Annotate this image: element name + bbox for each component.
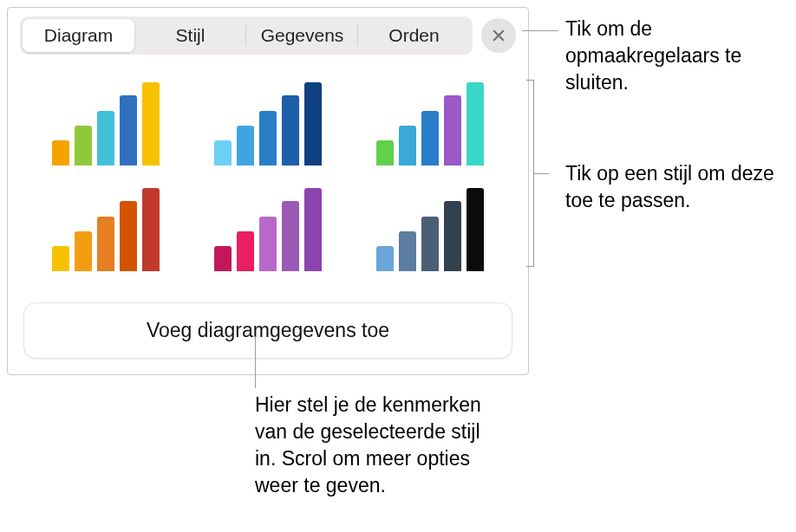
callout-button: Hier stel je de kenmerken van de geselec… [255,392,506,499]
tab-label: Stijl [176,25,206,45]
tab-orden[interactable]: Orden [358,19,470,52]
chart-style-option-6[interactable] [366,188,493,271]
bar-icon [120,201,137,271]
bar-icon [304,188,322,271]
bar-icon [467,82,484,165]
chart-style-option-5[interactable] [205,188,332,271]
chart-style-option-3[interactable] [366,82,493,165]
chart-style-option-1[interactable] [42,82,170,165]
bar-icon [399,126,416,165]
segmented-control: Diagram Stijl Gegevens Orden [20,16,473,55]
tab-row: Diagram Stijl Gegevens Orden [8,8,528,62]
bar-icon [399,231,416,271]
bar-icon [52,246,69,271]
close-button[interactable] [481,18,516,53]
bar-icon [421,217,439,271]
action-button-label: Voeg diagramgegevens toe [147,319,389,341]
bar-icon [304,82,322,165]
bar-icon [142,188,160,271]
bar-icon [97,111,114,165]
tab-label: Gegevens [261,25,344,45]
bar-icon [142,82,160,165]
close-icon [491,28,506,43]
tab-stijl[interactable]: Stijl [134,19,246,52]
bar-icon [214,140,232,165]
callout-bracket [533,80,534,267]
tab-label: Orden [388,25,439,45]
tab-diagram[interactable]: Diagram [23,19,134,52]
bar-icon [120,95,137,165]
callout-line [522,30,558,31]
callout-close: Tik om de opmaakregelaars te sluiten. [565,16,782,96]
bar-icon [282,95,299,165]
bar-icon [259,111,277,165]
bar-icon [282,201,299,271]
bar-icon [444,201,461,271]
bar-icon [376,140,394,165]
callout-style: Tik op een stijl om deze toe te passen. [565,160,791,214]
bar-icon [75,231,92,271]
bar-icon [376,246,394,271]
chart-style-option-2[interactable] [205,82,332,165]
tab-label: Diagram [44,25,113,45]
tab-gegevens[interactable]: Gegevens [246,19,358,52]
bar-icon [237,231,254,271]
chart-style-option-4[interactable] [42,188,170,271]
bar-icon [237,126,254,165]
bar-icon [444,95,461,165]
bar-icon [97,217,114,271]
bar-icon [52,140,69,165]
style-grid [8,62,528,280]
bar-icon [75,126,92,165]
bar-icon [259,217,277,271]
bar-icon [214,246,232,271]
add-chart-data-button[interactable]: Voeg diagramgegevens toe [23,302,512,359]
bracket-tick [533,173,549,174]
callout-line-vertical [255,336,256,388]
format-panel: Diagram Stijl Gegevens Orden Voeg diagra… [7,7,529,375]
bar-icon [467,188,484,271]
bar-icon [421,111,439,165]
